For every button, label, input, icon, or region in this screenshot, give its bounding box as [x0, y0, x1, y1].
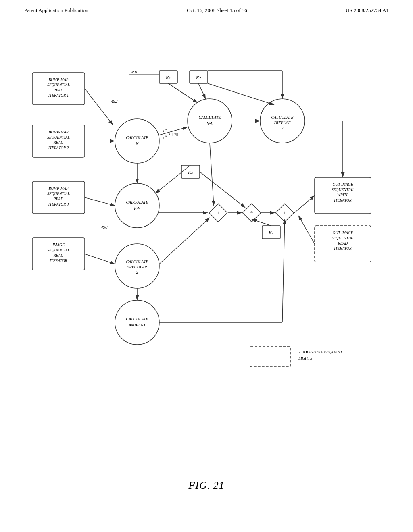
svg-text:K₄: K₄ [268, 230, 273, 235]
svg-text:IMAGE: IMAGE [52, 243, 65, 247]
svg-text:2: 2 [282, 126, 284, 130]
svg-text:X: X [162, 129, 165, 133]
svg-text:READ: READ [53, 141, 63, 145]
svg-text:ITERATOR: ITERATOR [49, 259, 67, 263]
svg-text:OUT-IMAGE: OUT-IMAGE [332, 183, 353, 187]
svg-text:ITERATOR: ITERATOR [334, 198, 351, 202]
svg-line-99 [159, 218, 210, 264]
header-center: Oct. 16, 2008 Sheet 15 of 36 [187, 7, 247, 14]
svg-text:CALCULATE: CALCULATE [271, 115, 293, 120]
svg-line-93 [200, 172, 245, 208]
svg-text:CALCULATE: CALCULATE [126, 317, 148, 321]
svg-text:K₁: K₁ [165, 75, 171, 80]
svg-line-82 [85, 254, 115, 264]
svg-line-103 [298, 216, 315, 244]
svg-text:K₃: K₃ [188, 170, 193, 175]
svg-text:ITERATOR 3: ITERATOR 3 [48, 202, 69, 206]
svg-text:+: + [217, 210, 220, 216]
svg-text:READ: READ [53, 254, 63, 258]
header-left: Patent Application Publication [24, 7, 88, 14]
svg-line-101 [282, 219, 285, 322]
svg-text:ITERATOR 2: ITERATOR 2 [48, 146, 69, 150]
svg-text:SEQUENTIAL: SEQUENTIAL [47, 83, 70, 87]
svg-line-81 [85, 197, 115, 206]
svg-text:SEQUENTIAL: SEQUENTIAL [332, 236, 354, 240]
svg-point-28 [115, 183, 159, 228]
svg-text:K₂: K₂ [196, 75, 201, 80]
svg-line-98 [252, 219, 271, 226]
svg-text:BUMP-MAP: BUMP-MAP [48, 130, 68, 134]
svg-text:*: * [250, 210, 253, 216]
svg-text:AMBIENT: AMBIENT [128, 323, 146, 327]
header-right: US 2008/252734 A1 [346, 7, 389, 14]
svg-text:BUMP-MAP: BUMP-MAP [48, 78, 68, 82]
svg-text:Y: Y [162, 136, 165, 140]
svg-line-97 [294, 195, 315, 213]
svg-line-85 [168, 83, 198, 103]
svg-point-35 [115, 300, 159, 345]
svg-text:LIGHTS: LIGHTS [298, 356, 312, 360]
svg-text:SEQUENTIAL: SEQUENTIAL [47, 248, 70, 252]
svg-text:READ: READ [53, 88, 63, 92]
svg-text:READ: READ [338, 241, 348, 245]
svg-text:CALCULATE: CALCULATE [126, 135, 148, 140]
svg-text:491: 491 [131, 69, 138, 74]
svg-text:SEQUENTIAL: SEQUENTIAL [332, 188, 354, 192]
svg-text:OUT-IMAGE: OUT-IMAGE [332, 231, 353, 235]
svg-text:READ: READ [53, 197, 63, 201]
svg-point-25 [188, 99, 232, 143]
svg-text:CALCULATE: CALCULATE [126, 260, 148, 264]
svg-text:+: + [283, 210, 286, 216]
svg-text:ITERATOR: ITERATOR [334, 247, 351, 251]
svg-text:ND: ND [302, 350, 308, 354]
svg-rect-66 [250, 347, 290, 367]
svg-text:SPECULAR: SPECULAR [127, 265, 147, 269]
svg-text:ITERATOR 1: ITERATOR 1 [48, 94, 69, 98]
page-header: Patent Application Publication Oct. 16, … [0, 0, 413, 14]
svg-text:492: 492 [111, 99, 118, 104]
svg-text:SEQUENTIAL: SEQUENTIAL [47, 192, 70, 196]
diagram-svg: BUMP-MAP SEQUENTIAL READ ITERATOR 1 BUMP… [24, 32, 387, 415]
svg-text:N: N [136, 141, 139, 146]
svg-text:490: 490 [101, 224, 108, 229]
svg-text:SEQUENTIAL: SEQUENTIAL [47, 135, 70, 139]
svg-line-91 [210, 143, 214, 206]
diagram-area: BUMP-MAP SEQUENTIAL READ ITERATOR 1 BUMP… [24, 32, 387, 415]
svg-line-79 [85, 89, 113, 125]
svg-text:CALCULATE: CALCULATE [198, 115, 221, 120]
svg-text:R•V: R•V [133, 206, 141, 210]
figure-label: FIG. 21 [188, 480, 224, 492]
svg-text:DIFFUSE: DIFFUSE [273, 121, 290, 125]
svg-text:N: N [165, 128, 167, 131]
svg-line-86 [198, 83, 206, 99]
svg-text:2: 2 [136, 270, 138, 274]
svg-text:1/||N||: 1/||N|| [169, 132, 178, 136]
svg-text:N•L: N•L [206, 121, 213, 126]
svg-text:AND SUBSEQUENT: AND SUBSEQUENT [308, 350, 343, 354]
svg-line-92 [155, 165, 190, 193]
svg-text:WRITE: WRITE [337, 193, 348, 197]
svg-text:N: N [165, 135, 167, 138]
svg-text:CALCULATE: CALCULATE [126, 200, 148, 204]
svg-text:BUMP-MAP: BUMP-MAP [48, 187, 68, 191]
svg-point-22 [115, 119, 159, 163]
svg-text:2: 2 [298, 350, 300, 354]
